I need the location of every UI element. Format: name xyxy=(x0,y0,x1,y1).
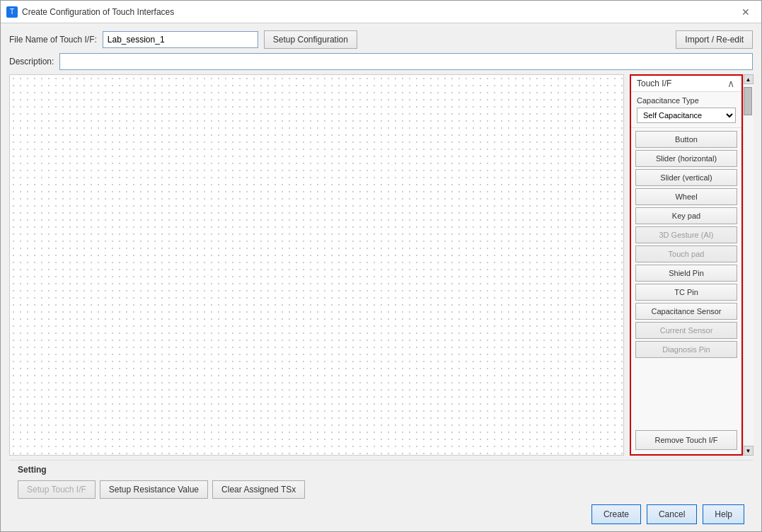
right-panel-wrapper: Touch I/F ∧ Capacitance Type Self Capaci… xyxy=(630,74,753,456)
description-row: Description: xyxy=(9,53,753,70)
remove-touch-if-button[interactable]: Remove Touch I/F xyxy=(635,430,737,450)
right-panel-inner: Touch I/F ∧ Capacitance Type Self Capaci… xyxy=(631,76,741,454)
panel-btn-slider-vertical[interactable]: Slider (vertical) xyxy=(635,169,737,186)
right-scrollbar[interactable]: ▲ ▼ xyxy=(743,74,753,456)
remove-section: Remove Touch I/F xyxy=(631,427,741,454)
panel-btn-slider-horizontal[interactable]: Slider (horizontal) xyxy=(635,150,737,167)
panel-btn-diagnosis-pin: Diagnosis Pin xyxy=(635,341,737,358)
help-button[interactable]: Help xyxy=(703,504,744,524)
scroll-down-arrow[interactable]: ▼ xyxy=(744,446,754,456)
filename-label: File Name of Touch I/F: xyxy=(9,35,97,45)
capacitance-label: Capacitance Type xyxy=(637,96,736,105)
capacitance-select[interactable]: Self Capacitance Mutual Capacitance xyxy=(637,108,736,123)
main-window: T Create Configuration of Touch Interfac… xyxy=(0,0,762,532)
close-button[interactable]: ✕ xyxy=(736,4,756,20)
panel-header: Touch I/F ∧ xyxy=(631,76,741,92)
import-reedit-button[interactable]: Import / Re-edit xyxy=(676,30,753,49)
collapse-button[interactable]: ∧ xyxy=(726,79,736,88)
panel-btn-tc-pin[interactable]: TC Pin xyxy=(635,284,737,301)
setup-config-button[interactable]: Setup Configuration xyxy=(264,30,357,49)
panel-title: Touch I/F xyxy=(637,79,671,88)
scroll-up-arrow[interactable]: ▲ xyxy=(744,74,754,84)
title-bar-left: T Create Configuration of Touch Interfac… xyxy=(6,6,174,18)
setting-label: Setting xyxy=(18,465,47,475)
title-bar: T Create Configuration of Touch Interfac… xyxy=(1,1,761,23)
setting-btn-2[interactable]: Clear Assigned TSx xyxy=(212,480,305,499)
scroll-thumb[interactable] xyxy=(744,87,752,115)
top-row: File Name of Touch I/F: Setup Configurat… xyxy=(9,30,753,49)
panel-btn-wheel[interactable]: Wheel xyxy=(635,188,737,205)
panel-btn-touch-pad: Touch pad xyxy=(635,245,737,262)
panel-buttons-list: ButtonSlider (horizontal)Slider (vertica… xyxy=(631,128,741,427)
panel-btn-shield-pin[interactable]: Shield Pin xyxy=(635,265,737,282)
description-input[interactable] xyxy=(59,53,753,70)
top-row-left: File Name of Touch I/F: Setup Configurat… xyxy=(9,30,357,49)
capacitance-section: Capacitance Type Self Capacitance Mutual… xyxy=(631,92,741,128)
scroll-track xyxy=(744,84,754,446)
create-button[interactable]: Create xyxy=(591,504,641,524)
setting-btn-0: Setup Touch I/F xyxy=(18,480,96,499)
canvas-area xyxy=(9,74,624,456)
cancel-button[interactable]: Cancel xyxy=(647,504,697,524)
panel-btn-key-pad[interactable]: Key pad xyxy=(635,207,737,224)
panel-btn-capacitance-sensor[interactable]: Capacitance Sensor xyxy=(635,303,737,320)
content-area: File Name of Touch I/F: Setup Configurat… xyxy=(1,23,761,531)
setting-buttons: Setup Touch I/FSetup Resistance ValueCle… xyxy=(18,480,744,499)
setting-bar: Setting xyxy=(18,461,744,480)
main-area: Touch I/F ∧ Capacitance Type Self Capaci… xyxy=(9,74,753,456)
app-icon: T xyxy=(6,6,18,18)
setting-btn-1[interactable]: Setup Resistance Value xyxy=(100,480,208,499)
panel-btn-3d-gesture-ai: 3D Gesture (AI) xyxy=(635,226,737,243)
window-title: Create Configuration of Touch Interfaces xyxy=(22,7,174,17)
filename-input[interactable] xyxy=(103,31,258,48)
footer-buttons: Create Cancel Help xyxy=(18,499,744,524)
right-panel: Touch I/F ∧ Capacitance Type Self Capaci… xyxy=(630,74,743,456)
panel-btn-button[interactable]: Button xyxy=(635,131,737,148)
description-label: Description: xyxy=(9,57,54,66)
bottom-area: Setting Setup Touch I/FSetup Resistance … xyxy=(9,460,753,531)
panel-btn-current-sensor: Current Sensor xyxy=(635,322,737,339)
